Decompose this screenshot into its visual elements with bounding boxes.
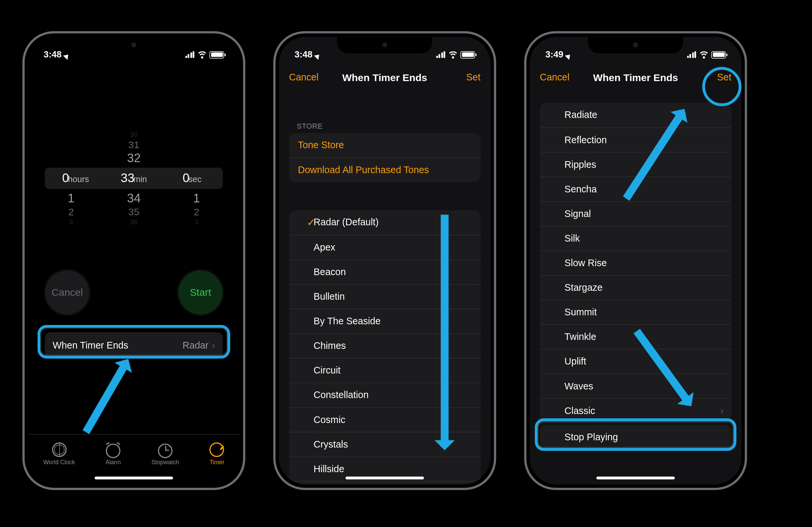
store-group: Tone Store Download All Purchased Tones <box>289 133 480 182</box>
store-header: STORE <box>297 122 323 130</box>
tone-row-selected[interactable]: ✓ Radar (Default) <box>289 210 480 235</box>
wifi-icon <box>699 51 709 59</box>
wifi-icon <box>197 51 207 59</box>
tone-row[interactable]: Signal <box>540 201 731 226</box>
location-services-icon <box>63 49 73 60</box>
duration-picker[interactable]: 0300 0310 0320 0 hours 33 min 0 sec 1341… <box>56 131 212 226</box>
tab-alarm[interactable]: Alarm <box>105 442 121 466</box>
tone-row[interactable]: Apex <box>289 235 480 259</box>
tone-row[interactable]: Twinkle <box>540 325 731 349</box>
home-indicator[interactable] <box>95 477 173 480</box>
tone-row[interactable]: Bulletin <box>289 284 480 309</box>
tab-bar: World Clock Alarm Stopwatch Timer <box>28 434 240 473</box>
nav-set[interactable]: Set <box>717 72 731 84</box>
when-timer-ends-label: When Timer Ends <box>53 340 128 351</box>
tone-row[interactable]: Crystals <box>289 432 480 456</box>
picker-min-above: 30 <box>119 131 149 139</box>
globe-icon <box>52 442 67 457</box>
download-tones-row[interactable]: Download All Purchased Tones <box>289 158 480 182</box>
phone-timer: 3:48 0300 0310 0320 0 hours 33 min 0 sec <box>22 31 245 490</box>
tone-row[interactable]: Summit <box>540 300 731 324</box>
nav-bar: Cancel When Timer Ends Set <box>530 65 741 90</box>
status-time: 3:49 <box>545 50 563 60</box>
chevron-right-icon: › <box>212 340 215 351</box>
classic-row[interactable]: Classic› <box>540 398 731 423</box>
notch <box>337 37 432 54</box>
tone-row[interactable]: Circuit <box>289 358 480 383</box>
tones-group[interactable]: ✓ Radar (Default) ApexBeaconBulletinBy T… <box>289 210 480 484</box>
stop-playing-group: Stop Playing <box>540 425 731 450</box>
tone-row[interactable]: Cosmic <box>289 407 480 432</box>
start-button[interactable]: Start <box>177 269 224 316</box>
timer-icon <box>210 442 224 457</box>
home-indicator[interactable] <box>596 477 675 480</box>
tone-row[interactable]: By The Seaside <box>289 309 480 333</box>
tone-row[interactable]: Sencha <box>540 177 731 201</box>
stopwatch-icon <box>158 443 173 458</box>
tone-row[interactable]: Chimes <box>289 334 480 358</box>
cellular-signal-icon <box>687 51 696 58</box>
cellular-signal-icon <box>436 51 445 58</box>
checkmark-icon: ✓ <box>307 217 315 229</box>
cellular-signal-icon <box>185 51 194 58</box>
tone-row[interactable]: Illuminate <box>289 481 480 484</box>
location-services-icon <box>314 49 324 60</box>
tone-row[interactable]: Ripples <box>540 152 731 177</box>
nav-bar: Cancel When Timer Ends Set <box>279 65 491 90</box>
phone-tone-list-bottom: 3:49 Cancel When Timer Ends Set RadiateR… <box>524 31 747 490</box>
tones-group[interactable]: RadiateReflectionRipplesSenchaSignalSilk… <box>540 103 731 423</box>
tone-row[interactable]: Radiate <box>540 103 731 127</box>
tab-stopwatch[interactable]: Stopwatch <box>151 442 179 466</box>
alarm-clock-icon <box>106 443 120 458</box>
picker-selected-row: 0 hours 33 min 0 sec <box>45 168 223 189</box>
status-time: 3:48 <box>295 50 313 60</box>
chevron-right-icon: › <box>720 405 724 417</box>
when-timer-ends-value: Radar <box>183 340 208 351</box>
tone-row[interactable]: Constellation <box>289 383 480 407</box>
battery-icon <box>711 51 726 59</box>
cancel-button[interactable]: Cancel <box>44 269 90 316</box>
tab-timer[interactable]: Timer <box>209 442 224 466</box>
when-timer-ends-row[interactable]: When Timer Ends Radar › <box>45 332 223 359</box>
nav-cancel[interactable]: Cancel <box>289 72 319 84</box>
phone-tone-list-top: 3:48 Cancel When Timer Ends Set STORE To… <box>273 31 496 490</box>
tone-row[interactable]: Silk <box>540 226 731 251</box>
tab-world-clock[interactable]: World Clock <box>43 442 75 466</box>
home-indicator[interactable] <box>346 477 424 480</box>
tone-row[interactable]: Waves <box>540 374 731 398</box>
battery-icon <box>209 51 224 59</box>
location-services-icon <box>565 49 575 60</box>
tone-row[interactable]: Stargaze <box>540 275 731 300</box>
battery-icon <box>460 51 475 59</box>
status-time: 3:48 <box>44 50 61 60</box>
tone-store-row[interactable]: Tone Store <box>289 133 480 158</box>
notch <box>588 37 683 54</box>
nav-set[interactable]: Set <box>466 72 480 84</box>
tone-row[interactable]: Reflection <box>540 127 731 152</box>
notch <box>86 37 181 54</box>
tone-row[interactable]: Beacon <box>289 259 480 284</box>
wifi-icon <box>448 51 458 59</box>
tone-row[interactable]: Uplift <box>540 349 731 374</box>
nav-cancel[interactable]: Cancel <box>540 72 570 84</box>
tone-row[interactable]: Slow Rise <box>540 251 731 275</box>
stop-playing-row[interactable]: Stop Playing <box>540 425 731 450</box>
